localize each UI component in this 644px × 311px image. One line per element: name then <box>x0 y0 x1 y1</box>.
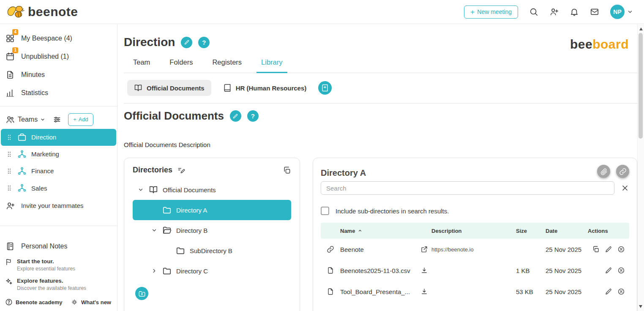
table-row[interactable]: Beenotes2025-11-03.csv 1 KB 25 Nov 2025 <box>321 260 629 281</box>
bell-icon[interactable] <box>570 7 579 16</box>
teams-header[interactable]: Teams + Add <box>0 110 117 129</box>
scroll-down-arrow[interactable] <box>639 305 642 308</box>
statistics-icon <box>5 88 15 98</box>
add-register-button[interactable] <box>318 81 332 95</box>
drag-handle[interactable] <box>6 185 13 191</box>
include-subdirectories-checkbox[interactable] <box>321 207 329 215</box>
tab-registers[interactable]: Registers <box>202 58 251 73</box>
chevron-down-icon[interactable] <box>627 9 633 15</box>
tree-item-official-documents[interactable]: Official Documents <box>133 180 291 200</box>
column-description: Description <box>431 228 516 234</box>
tab-team[interactable]: Team <box>124 58 160 73</box>
edit-list-icon[interactable] <box>177 166 185 174</box>
download-icon[interactable] <box>420 267 428 274</box>
edit-register-button[interactable] <box>230 110 241 122</box>
explore-subtitle: Discover the available features <box>17 285 86 291</box>
invite-teammates[interactable]: Invite your teammates <box>0 196 117 215</box>
delete-circle-icon[interactable] <box>617 288 625 295</box>
new-meeting-button[interactable]: + New meeting <box>464 5 518 19</box>
sidebar-item-my-beespace[interactable]: 4 My Beespace (4) <box>0 30 117 48</box>
team-tabs: Team Folders Registers Library <box>124 58 637 73</box>
file-icon <box>327 267 334 274</box>
copy-icon[interactable] <box>592 246 600 253</box>
hierarchy-icon <box>17 166 27 176</box>
external-link-icon[interactable] <box>420 246 428 253</box>
close-icon[interactable] <box>621 184 629 192</box>
register-chip-hr[interactable]: HR (Human Resources) <box>222 80 308 96</box>
beenote-logo[interactable]: beenote <box>6 4 78 20</box>
scroll-up-arrow[interactable] <box>639 27 643 30</box>
directories-panel: Directories Official Document <box>124 158 300 311</box>
start-tour[interactable]: Start the tour. Explore essential featur… <box>0 255 117 275</box>
sidebar-team-direction[interactable]: Direction <box>1 129 116 146</box>
edit-icon[interactable] <box>605 246 612 253</box>
briefcase-icon <box>17 133 27 142</box>
table-row[interactable]: Beenote https://beenote.io 25 Nov 2025 <box>321 239 629 260</box>
whats-new-label: What's new <box>81 299 111 306</box>
chevron-down-icon[interactable] <box>138 187 144 193</box>
attach-file-button[interactable] <box>597 165 610 178</box>
academy-label: Beenote academy <box>16 299 63 306</box>
sidebar-team-marketing[interactable]: Marketing <box>1 146 116 163</box>
tree-item-subdirectory-b[interactable]: SubDirectory B <box>133 240 291 261</box>
tab-folders[interactable]: Folders <box>160 58 202 73</box>
team-name: Direction <box>31 134 56 141</box>
beenote-academy-link[interactable]: Beenote academy <box>5 298 63 306</box>
user-menu[interactable]: NP <box>610 5 633 19</box>
tab-library[interactable]: Library <box>251 58 292 73</box>
edit-icon[interactable] <box>605 288 612 295</box>
delete-circle-icon[interactable] <box>617 267 625 274</box>
directory-tree: Official Documents Directory A <box>133 180 291 281</box>
divider <box>124 103 637 104</box>
divider <box>0 226 117 226</box>
avatar[interactable]: NP <box>610 5 625 19</box>
page-title: Direction <box>124 35 175 49</box>
edit-icon[interactable] <box>605 267 612 274</box>
chevron-down-icon[interactable] <box>40 117 45 122</box>
register-chip-official-documents[interactable]: Official Documents <box>127 80 211 96</box>
drag-handle[interactable] <box>6 151 13 158</box>
tree-item-directory-c[interactable]: Directory C <box>133 261 291 281</box>
sliders-icon[interactable] <box>53 115 61 124</box>
whats-new-link[interactable]: What's new <box>71 298 111 306</box>
explore-features[interactable]: Explore features. Discover the available… <box>0 275 117 294</box>
sidebar: 4 My Beespace (4) 1 Unpublished (1) Minu… <box>0 25 117 311</box>
register-label: Official Documents <box>147 85 205 92</box>
help-team-button[interactable]: ? <box>198 37 210 48</box>
search-icon[interactable] <box>529 7 538 16</box>
sidebar-item-statistics[interactable]: Statistics <box>0 84 117 102</box>
download-icon[interactable] <box>420 288 428 295</box>
paperclip-icon <box>600 168 608 175</box>
scrollbar-thumb[interactable] <box>639 33 643 139</box>
file-name: Beenotes2025-11-03.csv <box>340 267 417 274</box>
add-directory-button[interactable] <box>135 287 148 300</box>
file-date: 25 Nov 2025 <box>546 267 588 274</box>
drag-handle[interactable] <box>6 168 13 175</box>
sidebar-item-minutes[interactable]: Minutes <box>0 66 117 84</box>
edit-team-button[interactable] <box>181 37 192 48</box>
file-size: 1 KB <box>516 267 546 274</box>
add-user-icon[interactable] <box>549 7 559 16</box>
delete-circle-icon[interactable] <box>617 246 625 253</box>
sidebar-item-unpublished[interactable]: 1 Unpublished (1) <box>0 48 117 66</box>
sidebar-team-finance[interactable]: Finance <box>1 163 116 180</box>
sidebar-item-personal-notes[interactable]: Personal Notes <box>0 237 117 255</box>
copy-icon[interactable] <box>283 166 291 175</box>
sidebar-team-sales[interactable]: Sales <box>1 180 116 196</box>
tree-item-directory-a[interactable]: Directory A <box>133 200 291 220</box>
register-chips: Official Documents HR (Human Resources) <box>124 80 637 96</box>
add-link-button[interactable] <box>616 165 629 178</box>
folder-plus-icon <box>138 290 146 297</box>
link-icon <box>327 246 334 253</box>
help-register-button[interactable]: ? <box>247 110 259 122</box>
search-input[interactable] <box>321 181 614 195</box>
column-name[interactable]: Name <box>340 228 417 234</box>
tree-item-directory-b[interactable]: Directory B <box>133 220 291 240</box>
chevron-right-icon[interactable] <box>151 268 157 274</box>
mail-icon[interactable] <box>590 7 599 16</box>
drag-handle[interactable] <box>6 134 13 141</box>
table-row[interactable]: Tool_Board_Presenta_... 53 KB 25 Nov 202… <box>321 281 629 302</box>
vertical-scrollbar[interactable] <box>637 25 644 311</box>
chevron-down-icon[interactable] <box>151 227 157 233</box>
add-team-button[interactable]: + Add <box>68 113 93 126</box>
